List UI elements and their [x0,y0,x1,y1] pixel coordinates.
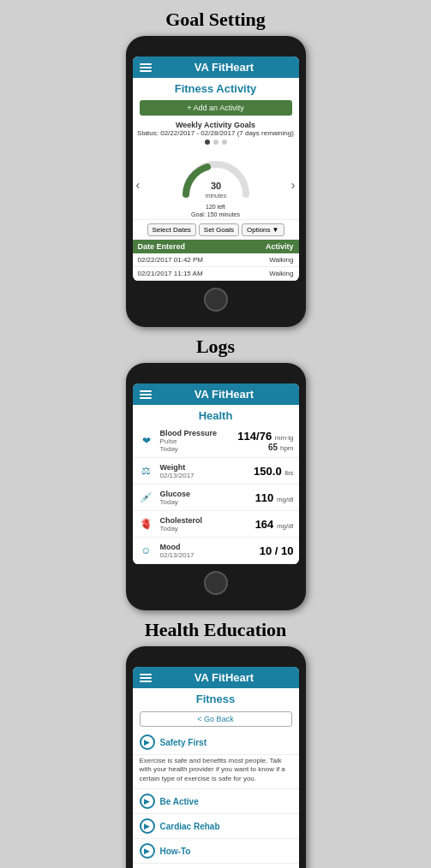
health-education-phone: VA FitHeart Fitness < Go Back ▶ Safety F… [126,646,306,868]
weight-item: ⚖ Weight 02/13/2017 150.0 lbs [133,458,299,485]
mood-icon: ☺ [138,542,155,559]
app-title: VA FitHeart [157,388,292,401]
mood-value: 10 / 10 [260,544,294,557]
add-activity-button[interactable]: + Add an Activity [140,100,292,116]
mood-date: 02/13/2017 [160,551,254,559]
weekly-goals-section: Weekly Activity Goals Status: 02/22/2017… [133,118,299,150]
safety-description: Exercise is safe and benefits most peopl… [133,755,299,789]
app-title: VA FitHeart [157,61,292,74]
edu-item-rateintensity: ▶ Rate Intensity [133,864,299,868]
goal-setting-phone: VA FitHeart Fitness Activity + Add an Ac… [126,36,306,327]
mood-item: ☺ Mood 02/13/2017 10 / 10 [133,538,299,564]
bp-date: Today [160,445,233,453]
app-title: VA FitHeart [157,671,292,684]
edu-howto-label[interactable]: How-To [160,847,191,856]
table-header-activity: Activity [231,242,294,251]
gauge-area: 30 minutes 120 left Goal: 150 minutes [177,152,254,217]
logs-screen: VA FitHeart Health ❤ Blood Pressure Puls… [133,383,299,564]
row2-activity: Walking [231,270,294,277]
dot-3 [222,140,227,145]
table-row: 02/21/2017 11:15 AM Walking [133,267,299,281]
goal-setting-label: Goal Setting [165,9,266,31]
edu-beactive-label[interactable]: Be Active [160,797,199,806]
cholesterol-icon: 🫀 [138,515,155,532]
edu-item-beactive: ▶ Be Active [133,789,299,814]
select-dates-button[interactable]: Select Dates [147,223,196,236]
svg-text:minutes: minutes [205,193,226,199]
weight-value: 150.0 lbs [254,465,293,478]
play-icon: ▶ [140,794,155,809]
phone-home-button[interactable] [204,288,228,312]
svg-text:30: 30 [210,181,220,191]
glucose-item: 💉 Glucose Today 110 mg/dl [133,485,299,511]
app-header: VA FitHeart [133,56,299,78]
health-education-screen: VA FitHeart Fitness < Go Back ▶ Safety F… [133,667,299,868]
weekly-goals-status: Status: 02/22/2017 - 02/28/2017 (7 days … [136,129,296,137]
health-screen-title: Health [133,405,299,425]
edu-safety-label[interactable]: Safety First [160,738,207,747]
phone-notch [133,45,299,53]
heart-icon: ❤ [138,432,155,449]
right-arrow-button[interactable]: › [291,178,296,192]
app-header: VA FitHeart [133,383,299,405]
hamburger-icon[interactable] [140,390,152,399]
cholesterol-value: 164 mg/dl [255,518,294,531]
play-icon: ▶ [140,843,155,859]
cholesterol-date: Today [160,525,250,532]
play-icon: ▶ [140,734,155,750]
mood-label: Mood [160,543,254,551]
health-education-label: Health Education [145,619,287,641]
weight-date: 02/13/2017 [160,472,249,479]
go-back-button[interactable]: < Go Back [140,711,292,727]
gauge-left-label: 120 left [177,204,254,210]
row1-date: 02/22/2017 01:42 PM [138,256,231,264]
app-header: VA FitHeart [133,667,299,688]
hamburger-icon[interactable] [140,674,152,682]
cholesterol-label: Cholesterol [160,516,250,525]
goal-setting-quadrant: Goal Setting VA FitHeart Fitness Activit… [113,9,319,327]
logs-quadrant: Logs VA FitHeart Health ❤ Blood Pressure… [113,336,319,610]
row2-date: 02/21/2017 11:15 AM [138,270,231,277]
edu-item-safety: ▶ Safety First [133,730,299,755]
glucose-icon: 💉 [138,489,155,506]
activity-table-header: Date Entered Activity [133,240,299,253]
phone-notch [133,655,299,663]
gauge-row: ‹ 30 minutes 120 left Goal: 150 minutes … [133,150,299,219]
phone-home-button[interactable] [204,571,228,595]
cholesterol-item: 🫀 Cholesterol Today 164 mg/dl [133,511,299,538]
logs-label: Logs [196,336,235,358]
edu-cardiac-label[interactable]: Cardiac Rehab [160,822,220,831]
edu-item-howto: ▶ How-To [133,839,299,864]
options-button[interactable]: Options ▼ [242,223,284,236]
glucose-date: Today [160,498,250,506]
gauge-svg: 30 minutes [177,152,254,199]
glucose-label: Glucose [160,490,250,498]
dots-row [136,140,296,145]
hamburger-icon[interactable] [140,63,152,72]
table-header-date: Date Entered [138,242,231,251]
bp-sublabel: Pulse [160,437,233,445]
weight-info: Weight 02/13/2017 [160,463,249,479]
screen-title: Fitness Activity [133,78,299,98]
play-icon: ▶ [140,818,155,834]
phone-notch [133,372,299,380]
edu-item-cardiac: ▶ Cardiac Rehab [133,814,299,839]
blood-pressure-item: ❤ Blood Pressure Pulse Today 114/76 mm·l… [133,425,299,458]
row1-activity: Walking [231,256,294,264]
gauge-goal-label: Goal: 150 minutes [177,211,254,217]
set-goals-button[interactable]: Set Goals [199,223,239,236]
fitness-screen-title: Fitness [133,688,299,708]
weight-icon: ⚖ [138,462,155,479]
health-education-quadrant: Health Education VA FitHeart Fitness < G… [113,619,319,868]
options-row: Select Dates Set Goals Options ▼ [133,219,299,240]
weight-label: Weight [160,463,249,472]
glucose-value: 110 mg/dl [255,491,294,504]
weekly-goals-title: Weekly Activity Goals [136,121,296,129]
glucose-info: Glucose Today [160,490,250,506]
left-arrow-button[interactable]: ‹ [136,178,141,192]
bp-label: Blood Pressure [160,429,233,437]
bp-value: 114/76 mm·lg 65 hpm [237,430,293,452]
table-row: 02/22/2017 01:42 PM Walking [133,253,299,267]
cholesterol-info: Cholesterol Today [160,516,250,532]
dot-2 [213,140,218,145]
